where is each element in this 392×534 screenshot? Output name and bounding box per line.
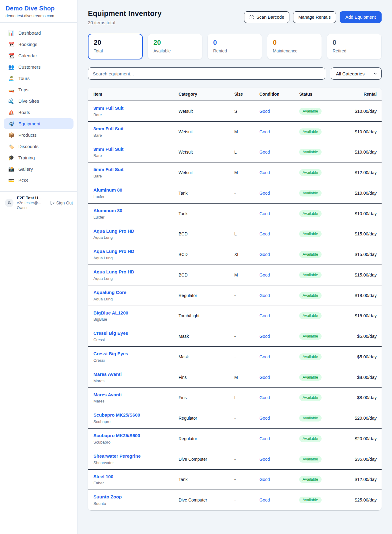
item-condition-link[interactable]: Good [259, 211, 270, 216]
person-icon [7, 200, 12, 205]
search-input[interactable] [88, 67, 325, 80]
column-header-status: Status [299, 88, 339, 101]
filter-row: All Categories [88, 67, 382, 80]
item-name-link[interactable]: Shearwater Peregrine [93, 453, 179, 459]
status-badge: Available [299, 272, 322, 278]
add-equipment-button[interactable]: Add Equipment [340, 11, 382, 23]
item-name-link[interactable]: Suunto Zoop [93, 494, 179, 500]
table-row: BigBlue AL1200 BigBlue Torch/Light - Goo… [88, 306, 382, 326]
stat-card[interactable]: 0 Rented [207, 34, 262, 59]
stat-card[interactable]: 20 Available [148, 34, 202, 59]
sidebar-nav-item[interactable]: 📊 Dashboard [4, 28, 74, 38]
stat-card[interactable]: 20 Total [88, 34, 143, 59]
sidebar-nav-item[interactable]: 🏷️ Discounts [4, 141, 74, 152]
sidebar-nav-item[interactable]: ⛵ Boats [4, 107, 74, 118]
item-condition-link[interactable]: Good [259, 293, 270, 298]
item-condition-link[interactable]: Good [259, 109, 270, 114]
item-rental-rate: $12.00/day [339, 469, 382, 490]
main-content: Equipment Inventory 20 items total Scan … [77, 0, 392, 534]
item-name-link[interactable]: 5mm Full Suit [93, 167, 179, 173]
item-condition-link[interactable]: Good [259, 416, 270, 421]
item-condition-link[interactable]: Good [259, 395, 270, 400]
sidebar-nav-item[interactable]: 🏝️ Tours [4, 73, 74, 84]
item-condition-link[interactable]: Good [259, 191, 270, 196]
item-size: L [234, 387, 259, 408]
item-condition-link[interactable]: Good [259, 498, 270, 502]
item-condition-link[interactable]: Good [259, 252, 270, 257]
nav-item-icon: 📅 [8, 42, 15, 47]
scan-barcode-button[interactable]: Scan Barcode [244, 11, 289, 23]
item-condition-link[interactable]: Good [259, 170, 270, 175]
item-name-link[interactable]: BigBlue AL1200 [93, 310, 179, 316]
item-name-link[interactable]: Aqualung Core [93, 290, 179, 296]
item-condition-link[interactable]: Good [259, 273, 270, 277]
stat-label: Maintenance [273, 48, 316, 53]
sidebar-nav-item[interactable]: 📦 Products [4, 130, 74, 140]
item-name-link[interactable]: Aqua Lung Pro HD [93, 269, 179, 275]
item-name-link[interactable]: Cressi Big Eyes [93, 351, 179, 357]
column-header-condition: Condition [259, 88, 299, 101]
item-name-link[interactable]: Aqua Lung Pro HD [93, 249, 179, 254]
item-rental-rate: $10.00/day [339, 142, 382, 162]
item-condition-link[interactable]: Good [259, 231, 270, 236]
sidebar-nav-item[interactable]: 🎓 Training [4, 152, 74, 163]
item-rental-rate: $35.00/day [339, 449, 382, 469]
item-name-link[interactable]: Mares Avanti [93, 392, 179, 398]
item-category: Fins [179, 387, 234, 408]
sidebar-nav-item[interactable]: 📆 Calendar [4, 50, 74, 61]
item-name-link[interactable]: Aqua Lung Pro HD [93, 228, 179, 234]
item-name-link[interactable]: Aluminum 80 [93, 187, 179, 193]
nav-item-icon: ⛵ [8, 110, 15, 115]
table-row: Mares Avanti Mares Fins L Good Available… [88, 387, 382, 408]
item-rental-rate: $15.00/day [339, 306, 382, 326]
sidebar-nav-item[interactable]: 🌊 Dive Sites [4, 96, 74, 106]
stat-card[interactable]: 0 Maintenance [267, 34, 322, 59]
item-name-link[interactable]: 3mm Full Suit [93, 105, 179, 111]
item-condition-link[interactable]: Good [259, 354, 270, 359]
nav-item-label: Tours [18, 76, 30, 81]
item-condition-link[interactable]: Good [259, 129, 270, 134]
nav-item-label: Dive Sites [18, 98, 39, 104]
category-select[interactable]: All Categories [331, 67, 382, 80]
item-name-link[interactable]: Steel 100 [93, 474, 179, 480]
item-condition-link[interactable]: Good [259, 436, 270, 441]
item-size: XL [234, 244, 259, 265]
item-condition-link[interactable]: Good [259, 150, 270, 154]
item-name-link[interactable]: 3mm Full Suit [93, 126, 179, 132]
item-category: Wetsuit [179, 162, 234, 183]
item-name-link[interactable]: Aluminum 80 [93, 208, 179, 214]
item-condition-link[interactable]: Good [259, 477, 270, 482]
item-condition-link[interactable]: Good [259, 313, 270, 318]
nav-item-icon: 📦 [8, 133, 15, 138]
item-name-link[interactable]: Cressi Big Eyes [93, 330, 179, 336]
stat-label: Rented [213, 48, 256, 53]
item-condition-link[interactable]: Good [259, 375, 270, 380]
table-row: Cressi Big Eyes Cressi Mask - Good Avail… [88, 326, 382, 347]
sidebar-nav-item[interactable]: 💳 POS [4, 175, 74, 186]
stat-label: Available [153, 48, 197, 53]
brand-name[interactable]: Demo Dive Shop [6, 5, 72, 12]
stat-card[interactable]: 0 Retired [327, 34, 382, 59]
stat-value: 0 [273, 39, 316, 46]
item-brand: Mares [93, 379, 179, 383]
sidebar-nav-item[interactable]: 🤿 Equipment [4, 118, 74, 129]
sidebar-nav-item[interactable]: 👥 Customers [4, 62, 74, 72]
item-condition-link[interactable]: Good [259, 457, 270, 462]
sign-out-button[interactable]: Sign Out [50, 200, 73, 205]
item-name-link[interactable]: Scubapro MK25/S600 [93, 412, 179, 418]
item-rental-rate: $15.00/day [339, 244, 382, 265]
item-name-link[interactable]: Mares Avanti [93, 372, 179, 377]
stat-label: Retired [333, 48, 376, 53]
item-name-link[interactable]: 3mm Full Suit [93, 147, 179, 152]
item-name-link[interactable]: Scubapro MK25/S600 [93, 433, 179, 439]
item-size: - [234, 429, 259, 449]
item-condition-link[interactable]: Good [259, 334, 270, 339]
item-category: Wetsuit [179, 101, 234, 121]
sidebar-nav-item[interactable]: 📅 Bookings [4, 39, 74, 50]
column-header-item: Item [88, 88, 179, 101]
sidebar-nav-item[interactable]: 🚤 Trips [4, 84, 74, 95]
nav-item-label: Equipment [18, 121, 40, 126]
manage-rentals-button[interactable]: Manage Rentals [293, 11, 336, 23]
sidebar-nav-item[interactable]: 📸 Gallery [4, 164, 74, 174]
table-row: Scubapro MK25/S600 Scubapro Regulator - … [88, 429, 382, 449]
